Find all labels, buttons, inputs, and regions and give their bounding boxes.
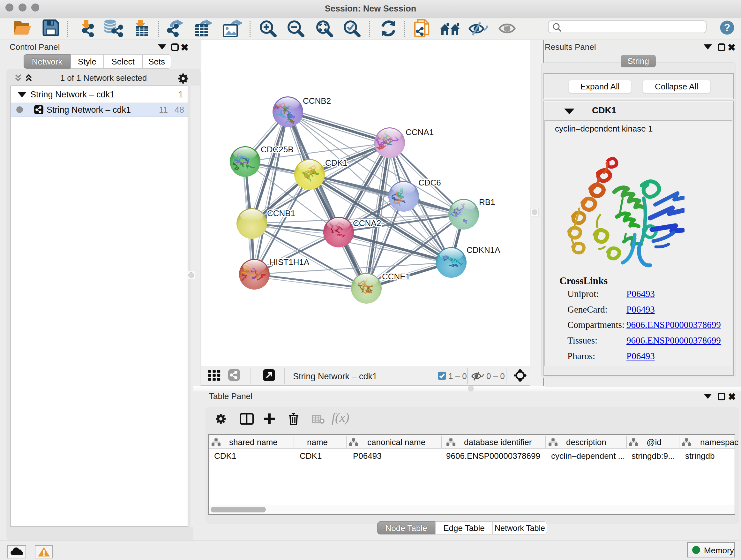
svg-text:CDC6: CDC6 [418, 178, 441, 187]
svg-text:CCNA2: CCNA2 [353, 219, 381, 228]
svg-text:CCNB1: CCNB1 [267, 208, 295, 218]
svg-text:CCNA1: CCNA1 [406, 127, 434, 137]
svg-text:CDKN1A: CDKN1A [467, 245, 500, 255]
svg-text:HIST1H1A: HIST1H1A [270, 257, 310, 267]
svg-text:CCNB2: CCNB2 [303, 96, 331, 106]
svg-text:CCNE1: CCNE1 [382, 272, 410, 281]
svg-text:CDK1: CDK1 [325, 158, 347, 168]
svg-text:?: ? [724, 22, 731, 33]
svg-text:RB1: RB1 [479, 197, 495, 207]
svg-text:CDC25B: CDC25B [261, 145, 293, 154]
